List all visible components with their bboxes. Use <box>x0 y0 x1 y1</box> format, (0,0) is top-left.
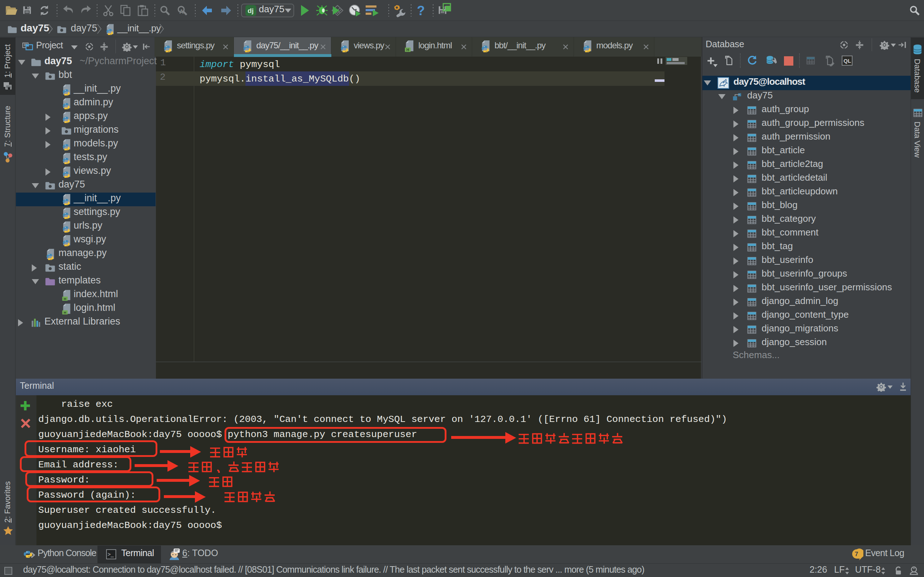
svg-text:7: 7 <box>855 551 858 558</box>
